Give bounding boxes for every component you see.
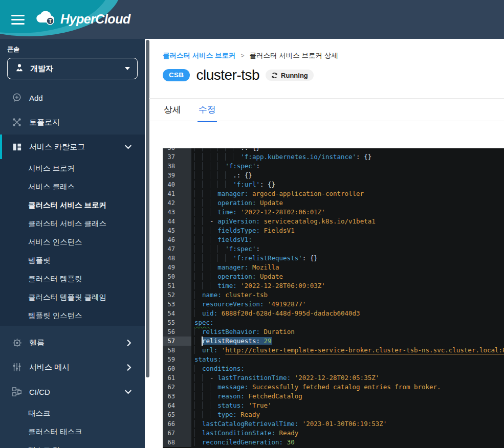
line-number: 42 xyxy=(163,198,191,208)
tab-details[interactable]: 상세 xyxy=(163,104,182,122)
line-content: lastConditionState: Ready xyxy=(191,429,504,438)
sidebar-item-task[interactable]: 태스크 xyxy=(0,404,145,422)
resource-kind-badge: CSB xyxy=(163,69,190,81)
code-line-47: 47 'f:spec': xyxy=(163,244,504,254)
code-line-64: 64 status: 'True' xyxy=(163,401,504,410)
line-number: 63 xyxy=(163,392,191,401)
code-line-44: 44 - apiVersion: servicecatalog.k8s.io/v… xyxy=(163,217,504,226)
sidebar-item-service-mesh[interactable]: 서비스 메시 xyxy=(0,355,145,379)
editor-lines: 36 .: {}37 'f:app.kubernetes.io/instance… xyxy=(163,148,504,447)
code-line-45: 45 fieldsType: FieldsV1 xyxy=(163,226,504,235)
sidebar-item-label: 클러스터 템플릿 클레임 xyxy=(28,293,106,302)
code-line-53: 53 resourceVersion: '49192877' xyxy=(163,300,504,309)
line-content: status: xyxy=(191,355,504,364)
catalog-icon xyxy=(11,141,23,152)
line-number: 66 xyxy=(163,419,191,429)
hypercloud-logo[interactable]: T HyperCloud xyxy=(35,10,130,28)
line-number: 36 xyxy=(163,148,191,152)
code-line-51: 51 time: '2022-12-28T06:09:03Z' xyxy=(163,281,504,290)
line-number: 64 xyxy=(163,401,191,410)
line-content: conditions: xyxy=(191,364,504,373)
cloud-logo-icon: T xyxy=(35,10,56,28)
line-number: 38 xyxy=(163,162,191,171)
code-line-49: 49 manager: Mozilla xyxy=(163,263,504,272)
line-content: .: {} xyxy=(191,148,504,152)
sidebar-item-cluster-template[interactable]: 클러스터 템플릿 xyxy=(0,270,145,288)
line-content: time: '2022-12-28T06:09:03Z' xyxy=(191,281,504,290)
sidebar-item-add[interactable]: Add xyxy=(0,85,145,110)
sidebar-item-cluster-template-claim[interactable]: 클러스터 템플릿 클레임 xyxy=(0,288,145,306)
sidebar-item-service-broker[interactable]: 서비스 브로커 xyxy=(0,159,145,177)
perspective-value: 개발자 xyxy=(30,64,125,74)
code-line-62: 62 message: Successfully fetched catalog… xyxy=(163,383,504,392)
sidebar-item-template[interactable]: 템플릿 xyxy=(0,251,145,270)
sidebar-item-label: 서비스 브로커 xyxy=(28,164,75,173)
code-line-63: 63 reason: FetchedCatalog xyxy=(163,392,504,401)
line-content: 'f:spec': xyxy=(191,162,504,171)
sidebar-item-label: CI/CD xyxy=(29,388,50,396)
yaml-editor[interactable]: 36 .: {}37 'f:app.kubernetes.io/instance… xyxy=(163,148,504,448)
sidebar-item-service-catalog[interactable]: 서비스 카탈로그 xyxy=(0,135,145,159)
code-line-57: 57 relistRequests: 29 xyxy=(163,337,504,346)
line-content: uid: 6888f20d-628d-448d-995d-dadacb6040d… xyxy=(191,309,504,318)
sidebar-item-label: 클러스터 서비스 클래스 xyxy=(28,219,106,229)
tab-divider xyxy=(149,121,504,121)
tab-edit[interactable]: 수정 xyxy=(198,104,217,122)
sidebar-item-label: 클러스터 템플릿 xyxy=(28,274,82,284)
line-number: 58 xyxy=(163,346,191,355)
sidebar-item-cluster-service-broker[interactable]: 클러스터 서비스 브로커 xyxy=(0,196,145,214)
sidebar-item-cluster-task[interactable]: 클러스터 태스크 xyxy=(0,422,145,441)
chevron-right-icon xyxy=(127,340,132,346)
line-number: 47 xyxy=(163,244,191,254)
line-number: 43 xyxy=(163,208,191,217)
line-number: 59 xyxy=(163,355,191,364)
helm-icon xyxy=(11,337,23,348)
breadcrumb: 클러스터 서비스 브로커 > 클러스터 서비스 브로커 상세 xyxy=(163,51,338,60)
code-line-56: 56 relistBehavior: Duration xyxy=(163,327,504,337)
chevron-down-icon xyxy=(125,390,132,394)
code-line-43: 43 time: '2022-12-28T02:06:01Z' xyxy=(163,208,504,217)
content-scrollbar-thumb[interactable] xyxy=(146,40,149,377)
sidebar-item-template-instance[interactable]: 템플릿 인스턴스 xyxy=(0,306,145,326)
brand-text: HyperCloud xyxy=(60,12,130,27)
sidebar-item-label: 토폴로지 xyxy=(29,118,60,127)
sidebar-item-helm[interactable]: 헬름 xyxy=(0,330,145,355)
line-number: 56 xyxy=(163,327,191,337)
line-content: 'f:relistRequests': {} xyxy=(191,254,504,263)
line-content: manager: Mozilla xyxy=(191,263,504,272)
line-number: 46 xyxy=(163,235,191,244)
code-line-38: 38 'f:spec': xyxy=(163,162,504,171)
code-line-48: 48 'f:relistRequests': {} xyxy=(163,254,504,263)
code-line-65: 65 type: Ready xyxy=(163,410,504,419)
sidebar-item-label: 템플릿 인스턴스 xyxy=(28,311,82,321)
code-line-59: 59status: xyxy=(163,355,504,364)
sidebar-item-service-instance[interactable]: 서비스 인스턴스 xyxy=(0,233,145,251)
line-content: reconciledGeneration: 30 xyxy=(191,438,504,447)
perspective-dropdown[interactable]: 개발자 xyxy=(7,58,138,79)
hamburger-menu-icon[interactable] xyxy=(11,15,25,25)
add-icon xyxy=(11,92,23,103)
sidebar-item-task-run[interactable]: 태스크 런 xyxy=(0,441,145,448)
code-line-50: 50 operation: Update xyxy=(163,272,504,281)
sidebar-item-service-class[interactable]: 서비스 클래스 xyxy=(0,177,145,196)
line-number: 65 xyxy=(163,410,191,419)
svg-text:T: T xyxy=(49,18,52,24)
page-title-row: CSB cluster-tsb Running xyxy=(163,67,314,83)
sidebar-item-label: 서비스 메시 xyxy=(29,363,70,372)
sidebar-item-label: 서비스 클래스 xyxy=(28,182,75,192)
hypercloud-app: T HyperCloud 콘솔 개발자 Add토폴로지서비스 카탈로그서비스 브… xyxy=(0,0,504,448)
line-number: 49 xyxy=(163,263,191,272)
sidebar-item-cluster-service-class[interactable]: 클러스터 서비스 클래스 xyxy=(0,214,145,233)
line-number: 60 xyxy=(163,364,191,373)
code-line-67: 67 lastConditionState: Ready xyxy=(163,429,504,438)
line-number: 45 xyxy=(163,226,191,235)
status-badge: Running xyxy=(266,70,314,81)
page-title: cluster-tsb xyxy=(196,67,259,83)
line-number: 62 xyxy=(163,383,191,392)
breadcrumb-link[interactable]: 클러스터 서비스 브로커 xyxy=(163,51,236,60)
sidebar-item-topology[interactable]: 토폴로지 xyxy=(0,110,145,135)
code-line-39: 39 .: {} xyxy=(163,171,504,180)
mesh-icon xyxy=(11,362,23,373)
line-content: operation: Update xyxy=(191,198,504,208)
sidebar-item-cicd[interactable]: CI/CD xyxy=(0,379,145,404)
